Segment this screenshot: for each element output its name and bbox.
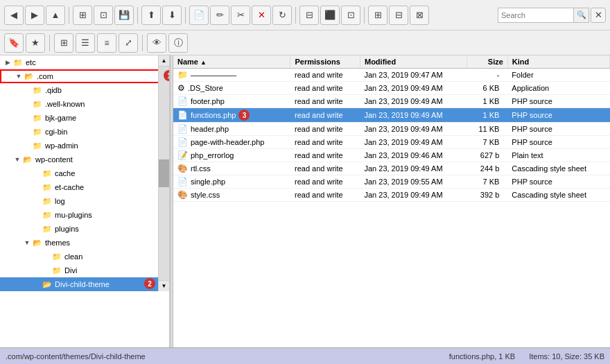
tree-item-qidb[interactable]: 📁 .qidb [0, 83, 169, 97]
file-icon: 📄 [177, 110, 188, 120]
file-kind: Application [507, 82, 609, 95]
tree-item-wpadmin[interactable]: 📁 wp-admin [0, 139, 169, 153]
file-modified: Jan 23, 2019 09:47 AM [360, 69, 467, 82]
tree-item-themes[interactable]: 📂 themes [0, 236, 169, 250]
file-size: 6 KB [467, 82, 507, 95]
favorite-button[interactable]: ★ [26, 33, 45, 53]
file-name-cell: 📄single.php [173, 175, 290, 189]
file-name-cell: 📁—————— [173, 69, 290, 82]
table-row[interactable]: 📁——————read and writeJan 23, 2019 09:47 … [173, 69, 610, 82]
view3-button[interactable]: ⊠ [410, 6, 429, 25]
tree-item-bjkgame[interactable]: 📁 bjk-game [0, 111, 169, 125]
copy2-button[interactable]: ⊡ [341, 6, 360, 25]
tree-label-log: log [55, 197, 169, 205]
tree-arrow-dotcom [14, 73, 24, 80]
table-row[interactable]: 📄footer.phpread and writeJan 23, 2019 09… [173, 95, 610, 108]
upload-button[interactable]: ⬆ [141, 6, 161, 25]
tree-item-wpcontent[interactable]: 📂 wp-content [0, 153, 169, 166]
close-search-button[interactable]: ✕ [591, 8, 606, 23]
folder-icon-wpadmin: 📁 [32, 140, 43, 151]
delete-button[interactable]: ✕ [252, 6, 271, 25]
tree-item-log[interactable]: 📁 log [0, 194, 169, 208]
folder-icon-cache: 📁 [42, 168, 53, 179]
folder-icon-dotcom: 📂 [24, 71, 35, 82]
compress-button[interactable]: ⊟ [299, 6, 319, 25]
search-input[interactable] [498, 8, 574, 23]
file-modified: Jan 23, 2019 09:49 AM [360, 136, 467, 149]
save-button[interactable]: 💾 [114, 6, 134, 25]
status-path: .com/wp-content/themes/Divi-child-theme [6, 352, 435, 361]
new-window-button[interactable]: ⊞ [73, 6, 92, 25]
copy-button[interactable]: ⊡ [94, 6, 113, 25]
table-row[interactable]: 📄page-with-header.phpread and writeJan 2… [173, 136, 610, 149]
forward-button[interactable]: ▶ [25, 6, 44, 25]
file-list-panel: Name ▲ Permissions Modified Size Kind 📁—… [173, 55, 610, 347]
tree-item-cgibin[interactable]: 📁 cgi-bin [0, 125, 169, 139]
list-view-button[interactable]: ☰ [76, 33, 95, 53]
tree-label-clean: clean [64, 252, 169, 261]
fullscreen-button[interactable]: ⤢ [119, 33, 138, 53]
table-row[interactable]: ⚙.DS_Storeread and writeJan 23, 2019 09:… [173, 82, 610, 95]
file-icon: 📄 [177, 96, 188, 106]
tree-scroll-down[interactable]: ▼ [159, 280, 169, 291]
tree-item-cache[interactable]: 📁 cache [0, 166, 169, 180]
file-modified: Jan 23, 2019 09:49 AM [360, 123, 467, 136]
tree-item-clean[interactable]: 📁 clean [0, 250, 169, 263]
col-permissions[interactable]: Permissions [290, 55, 360, 69]
tree-scroll-thumb[interactable] [159, 159, 169, 187]
folder-icon-divichildtheme: 📂 [42, 279, 53, 290]
file-name: php_errorlog [191, 151, 234, 159]
tree-item-plugins[interactable]: 📁 plugins [0, 222, 169, 236]
col-size[interactable]: Size [467, 55, 507, 69]
tree-scroll-up[interactable]: ▲ [159, 55, 169, 67]
table-row[interactable]: 📄header.phpread and writeJan 23, 2019 09… [173, 123, 610, 136]
cut-button[interactable]: ✂ [231, 6, 250, 25]
tree-item-divi[interactable]: 📁 Divi [0, 263, 169, 277]
rename-button[interactable]: ✏ [210, 6, 229, 25]
file-name-cell: 🎨style.css [173, 189, 290, 202]
view2-button[interactable]: ⊟ [389, 6, 408, 25]
tree-item-wellknown[interactable]: 📁 .well-known [0, 97, 169, 111]
secondary-toolbar: 🔖 ★ ⊞ ☰ ≡ ⤢ 👁 ⓘ [0, 31, 610, 55]
eye-button[interactable]: 👁 [147, 33, 166, 53]
col-modified[interactable]: Modified [360, 55, 467, 69]
file-size: 1 KB [467, 95, 507, 108]
table-row[interactable]: 📄functions.php3read and writeJan 23, 201… [173, 108, 610, 123]
main-toolbar: ◀ ▶ ▲ ⊞ ⊡ 💾 ⬆ ⬇ 📄 ✏ ✂ ✕ ↻ ⊟ ⬛ ⊡ ⊞ ⊟ ⊠ 🔍 … [0, 0, 610, 31]
tree-item-muplugins[interactable]: 📁 mu-plugins [0, 208, 169, 222]
download-button[interactable]: ⬇ [162, 6, 182, 25]
table-row[interactable]: 📝php_errorlogread and writeJan 23, 2019 … [173, 149, 610, 162]
col-kind[interactable]: Kind [507, 55, 609, 69]
tree-arrow-themes [22, 239, 32, 246]
tree-item-dotcom[interactable]: 📂 .com [0, 69, 169, 83]
file-icon: 🎨 [177, 190, 188, 200]
file-size: 392 b [467, 189, 507, 202]
detail-view-button[interactable]: ≡ [97, 33, 116, 53]
col-name[interactable]: Name ▲ [173, 55, 290, 69]
up-button[interactable]: ▲ [46, 6, 65, 25]
file-kind: PHP source [507, 175, 609, 189]
refresh-button[interactable]: ↻ [272, 6, 292, 25]
tree-item-etc[interactable]: 📁 etc [0, 55, 169, 69]
table-row[interactable]: 🎨rtl.cssread and writeJan 23, 2019 09:49… [173, 162, 610, 175]
table-row[interactable]: 📄single.phpread and writeJan 23, 2019 09… [173, 175, 610, 189]
folder-icon-muplugins: 📁 [42, 209, 53, 220]
tree-item-etcache[interactable]: 📁 et-cache [0, 180, 169, 194]
search-button[interactable]: 🔍 [574, 8, 589, 23]
bookmark-button[interactable]: 🔖 [4, 33, 24, 53]
folder-icon-plugins: 📁 [42, 223, 53, 234]
file-icon: 📁 [177, 70, 188, 80]
folder-icon-etc: 📁 [12, 57, 24, 68]
file-icon: ⚙ [177, 83, 185, 93]
file-kind: Folder [507, 69, 609, 82]
extract-button[interactable]: ⬛ [320, 6, 340, 25]
table-header-row: Name ▲ Permissions Modified Size Kind [173, 55, 610, 69]
table-row[interactable]: 🎨style.cssread and writeJan 23, 2019 09:… [173, 189, 610, 202]
grid-view-button[interactable]: ⊞ [54, 33, 73, 53]
info-button[interactable]: ⓘ [168, 33, 188, 53]
back-button[interactable]: ◀ [4, 6, 24, 25]
file-name: single.php [191, 177, 225, 186]
view1-button[interactable]: ⊞ [368, 6, 387, 25]
new-file-button[interactable]: 📄 [189, 6, 209, 25]
file-icon: 📄 [177, 177, 188, 187]
